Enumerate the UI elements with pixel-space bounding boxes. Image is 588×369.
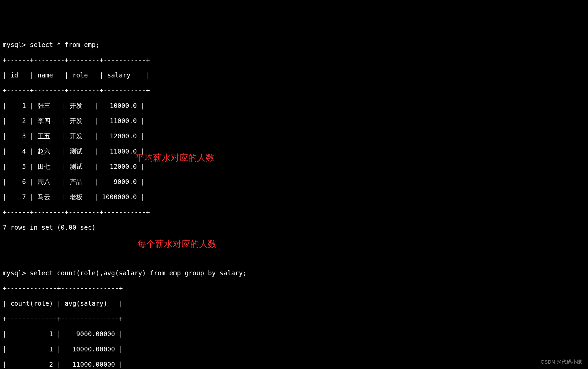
table-row: | 2 | 李四 | 开发 | 11000.0 | — [3, 117, 588, 125]
table-row: | 1 | 9000.00000 | — [3, 330, 588, 338]
table-border: +------+--------+--------+-----------+ — [3, 87, 588, 94]
table-row: | 7 | 马云 | 老板 | 1000000.0 | — [3, 193, 588, 201]
blank-line — [3, 239, 588, 247]
table-header: | id | name | role | salary | — [3, 71, 588, 79]
watermark: CSDN @代码小娥 — [541, 358, 582, 366]
sql-statement: select count(role),avg(salary) from emp … — [30, 269, 247, 277]
table-row: | 1 | 10000.00000 | — [3, 345, 588, 353]
mysql-prompt: mysql> — [3, 269, 30, 277]
result-footer: 7 rows in set (0.00 sec) — [3, 224, 588, 231]
table-border: +------+--------+--------+-----------+ — [3, 56, 588, 64]
mysql-prompt: mysql> — [3, 41, 30, 48]
table-row: | 1 | 张三 | 开发 | 10000.0 | — [3, 102, 588, 110]
table-row: | 5 | 田七 | 测试 | 12000.0 | — [3, 163, 588, 170]
table-border: +-------------+---------------+ — [3, 315, 588, 323]
table-row: | 2 | 11000.00000 | — [3, 361, 588, 368]
table-row: | 4 | 赵六 | 测试 | 11000.0 | — [3, 147, 588, 155]
annotation-avg-salary: 平均薪水对应的人数 — [135, 154, 215, 162]
mysql-prompt-line: mysql> select count(role),avg(salary) fr… — [3, 269, 588, 277]
table-border: +------+--------+--------+-----------+ — [3, 208, 588, 216]
table-border: +-------------+---------------+ — [3, 284, 588, 292]
mysql-prompt-line: mysql> select * from emp; — [3, 41, 588, 49]
table-header: | count(role) | avg(salary) | — [3, 300, 588, 307]
sql-statement: select * from emp; — [30, 41, 100, 48]
annotation-each-salary: 每个薪水对应的人数 — [137, 240, 217, 248]
table-row: | 3 | 王五 | 开发 | 12000.0 | — [3, 132, 588, 140]
table-row: | 6 | 周八 | 产品 | 9000.0 | — [3, 178, 588, 186]
